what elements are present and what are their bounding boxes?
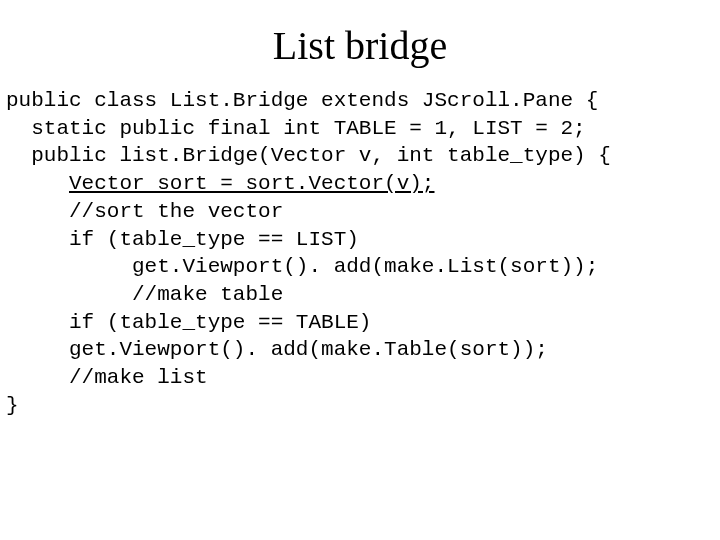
code-line: //make list	[6, 366, 208, 389]
code-line: public class List.Bridge extends JScroll…	[6, 89, 598, 112]
code-line: //make table	[6, 283, 283, 306]
code-indent	[6, 172, 69, 195]
code-line: }	[6, 394, 19, 417]
slide-title: List bridge	[0, 0, 720, 87]
code-line: get.Viewport(). add(make.List(sort));	[6, 255, 598, 278]
code-block: public class List.Bridge extends JScroll…	[0, 87, 720, 420]
code-line: get.Viewport(). add(make.Table(sort));	[6, 338, 548, 361]
code-line: public list.Bridge(Vector v, int table_t…	[6, 144, 611, 167]
code-line: if (table_type == LIST)	[6, 228, 359, 251]
slide: List bridge public class List.Bridge ext…	[0, 0, 720, 540]
code-line: //sort the vector	[6, 200, 283, 223]
code-line: if (table_type == TABLE)	[6, 311, 371, 334]
code-line-underlined: Vector sort = sort.Vector(v);	[69, 172, 434, 195]
code-line: static public final int TABLE = 1, LIST …	[6, 117, 586, 140]
